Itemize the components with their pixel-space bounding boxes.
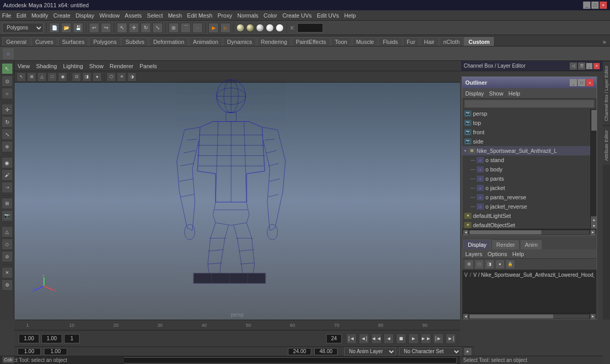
menu-proxy[interactable]: Proxy bbox=[218, 12, 232, 19]
shelf-tab-toon[interactable]: Toon bbox=[331, 37, 352, 46]
list-item[interactable]: — ○ o stand bbox=[462, 155, 590, 165]
display-sphere-5[interactable] bbox=[276, 24, 284, 32]
shelf-tab-fluids[interactable]: Fluids bbox=[378, 37, 402, 46]
minimize-btn[interactable]: _ bbox=[583, 2, 590, 9]
shelf-tab-polygons[interactable]: Polygons bbox=[89, 37, 120, 46]
outliner-minimize[interactable]: _ bbox=[570, 79, 577, 86]
tab-render[interactable]: Render bbox=[492, 240, 520, 249]
chan-btn-minimize[interactable]: _ bbox=[586, 63, 592, 69]
toolbar-redo[interactable]: ↪ bbox=[101, 23, 111, 33]
vtab-channel-box[interactable]: Channel Box / Layer Editor bbox=[603, 61, 610, 125]
character-select[interactable]: No Character Set bbox=[399, 347, 461, 356]
chan-menu-help[interactable]: Help bbox=[512, 251, 524, 257]
menu-color[interactable]: Color bbox=[264, 12, 277, 19]
vp-tool-2[interactable]: ⊞ bbox=[27, 72, 36, 82]
end-frame-field[interactable] bbox=[326, 334, 342, 343]
tool-settings[interactable]: ⚙ bbox=[2, 279, 13, 291]
toolbar-translate[interactable]: ✛ bbox=[129, 23, 139, 33]
tool-scale[interactable]: ⤡ bbox=[2, 129, 13, 140]
tool-polygon-create[interactable]: △ bbox=[2, 226, 13, 238]
layer-row[interactable]: V / V / Nike_Sportswear_Suit_Anthrazit_L… bbox=[462, 270, 597, 279]
shelf-tab-animation[interactable]: Animation bbox=[189, 37, 222, 46]
display-sphere-4[interactable] bbox=[266, 24, 274, 32]
shelf-tab-painteffects[interactable]: PaintEffects bbox=[292, 37, 330, 46]
toolbar-ipr[interactable]: ▷ bbox=[220, 23, 231, 33]
menu-window[interactable]: Window bbox=[99, 12, 119, 19]
list-item[interactable]: 📷 top bbox=[462, 118, 590, 128]
shelf-tab-curves[interactable]: Curves bbox=[31, 37, 57, 46]
pb-play-fwd[interactable]: ► bbox=[408, 334, 419, 344]
menu-edit-uvs[interactable]: Edit UVs bbox=[317, 12, 339, 19]
tool-camera[interactable]: 📷 bbox=[2, 210, 13, 221]
menu-display[interactable]: Display bbox=[75, 12, 94, 19]
vp-tool-shadow[interactable]: ◑ bbox=[127, 72, 136, 82]
menu-select[interactable]: Select bbox=[147, 12, 163, 19]
vp-tool-smooth[interactable]: ● bbox=[93, 72, 102, 82]
shelf-tab-deformation[interactable]: Deformation bbox=[149, 37, 188, 46]
tool-rotate[interactable]: ↻ bbox=[2, 116, 13, 128]
outliner-scrollbar[interactable]: ▲ ▼ bbox=[590, 109, 597, 229]
toolbar-snap-grid[interactable]: ⊞ bbox=[169, 23, 179, 33]
outliner-search-input[interactable] bbox=[464, 100, 594, 108]
toolbar-new[interactable]: 📄 bbox=[49, 23, 59, 33]
outliner-menu-display[interactable]: Display bbox=[465, 90, 484, 97]
tool-sculpt[interactable]: 🖌 bbox=[2, 169, 13, 181]
tool-show-manipulator[interactable]: ⊞ bbox=[2, 198, 13, 209]
outliner-close[interactable]: × bbox=[586, 79, 593, 86]
vp-menu-lighting[interactable]: Lighting bbox=[63, 63, 83, 69]
vp-tool-lights[interactable]: ☀ bbox=[117, 72, 126, 82]
outliner-hscrollbar[interactable]: ◄ ► bbox=[462, 229, 597, 235]
pb-step-fwd[interactable]: ►► bbox=[421, 334, 431, 344]
outliner-maximize[interactable]: □ bbox=[578, 79, 585, 86]
toolbar-undo[interactable]: ↩ bbox=[89, 23, 99, 33]
pb-step-back-key[interactable]: ◄| bbox=[359, 334, 369, 344]
outliner-menu-help[interactable]: Help bbox=[509, 90, 521, 97]
shelf-tab-dynamics[interactable]: Dynamics bbox=[223, 37, 256, 46]
shelf-tab-ncloth[interactable]: nCloth bbox=[439, 37, 464, 46]
vp-tool-3[interactable]: △ bbox=[37, 72, 47, 82]
vp-menu-renderer[interactable]: Renderer bbox=[110, 63, 133, 69]
display-sphere-2[interactable] bbox=[246, 24, 254, 32]
toolbar-save[interactable]: 💾 bbox=[73, 23, 83, 33]
scroll-up-btn[interactable]: ▼ bbox=[591, 223, 597, 229]
scrollbar-thumb[interactable] bbox=[591, 110, 597, 131]
anim-end-field[interactable] bbox=[44, 348, 67, 355]
menu-edit-mesh[interactable]: Edit Mesh bbox=[187, 12, 212, 19]
toolbar-open[interactable]: 📂 bbox=[61, 23, 71, 33]
chan-hscroll-right[interactable]: ► bbox=[590, 314, 596, 319]
pb-stop[interactable]: ⏹ bbox=[396, 334, 406, 344]
tool-universal[interactable]: ⊕ bbox=[2, 141, 13, 152]
shelf-tab-subdvs[interactable]: Subdvs bbox=[121, 37, 149, 46]
tool-append-poly[interactable]: ◇ bbox=[2, 239, 13, 250]
chan-menu-options[interactable]: Options bbox=[487, 251, 507, 257]
playback-end-field[interactable] bbox=[288, 348, 311, 355]
chan-btn-2[interactable]: ☰ bbox=[578, 62, 585, 70]
tool-select-arrow[interactable]: ↖ bbox=[2, 63, 13, 74]
current-time-field2[interactable] bbox=[41, 334, 62, 343]
menu-edit[interactable]: Edit bbox=[17, 12, 26, 19]
pb-step-back[interactable]: ◄◄ bbox=[371, 334, 382, 344]
list-item[interactable]: — ○ o body bbox=[462, 165, 590, 174]
chan-tool-4[interactable]: ● bbox=[495, 260, 505, 269]
hscroll-track[interactable] bbox=[469, 230, 589, 234]
shelf-tab-muscle[interactable]: Muscle bbox=[352, 37, 378, 46]
display-sphere-1[interactable] bbox=[236, 24, 245, 32]
menu-mesh[interactable]: Mesh bbox=[168, 12, 182, 19]
toolbar-rotate[interactable]: ↻ bbox=[141, 23, 151, 33]
list-item[interactable]: ☀ defaultObjectSet bbox=[462, 220, 590, 229]
vp-menu-show[interactable]: Show bbox=[89, 63, 104, 69]
tool-lasso[interactable]: ⊙ bbox=[2, 75, 13, 87]
toolbar-render[interactable]: ▶ bbox=[208, 23, 219, 33]
shelf-tab-surfaces[interactable]: Surfaces bbox=[58, 37, 88, 46]
list-item[interactable]: — ○ o jacket bbox=[462, 183, 590, 193]
shelf-tab-fur[interactable]: Fur bbox=[403, 37, 420, 46]
frame-field[interactable] bbox=[64, 334, 80, 343]
shelf-chevron[interactable]: » bbox=[601, 38, 608, 46]
vp-tool-1[interactable]: ↖ bbox=[17, 72, 26, 82]
shelf-tab-custom[interactable]: Custom bbox=[464, 37, 494, 46]
vp-tool-wireframe[interactable]: ⊡ bbox=[72, 72, 81, 82]
menu-create[interactable]: Create bbox=[53, 12, 70, 19]
list-item[interactable]: — ○ o pants bbox=[462, 174, 590, 183]
time-arrow-btn[interactable]: ► bbox=[464, 348, 471, 355]
scroll-down-btn[interactable]: ▲ bbox=[591, 216, 597, 223]
